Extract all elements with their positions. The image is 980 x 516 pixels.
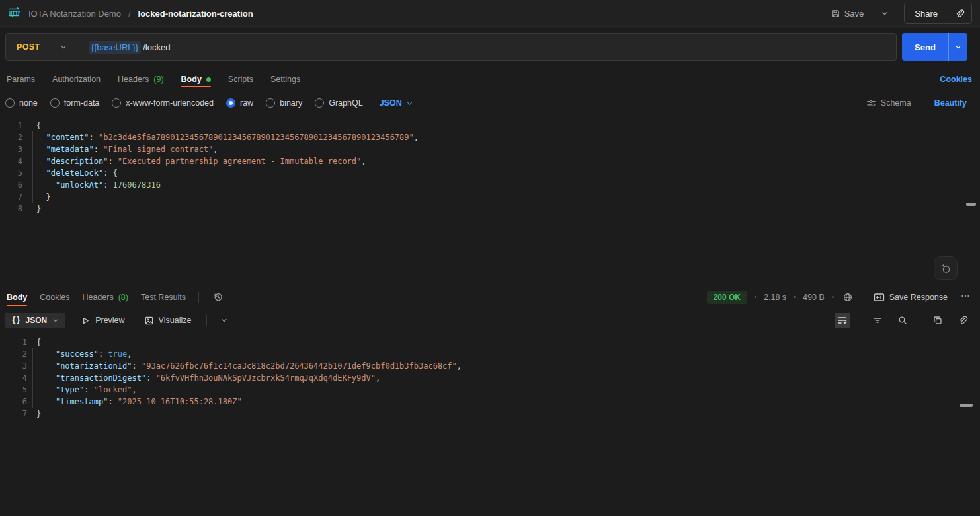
schema-button[interactable]: Schema bbox=[862, 98, 915, 109]
image-icon bbox=[144, 316, 154, 326]
globe-icon bbox=[842, 292, 853, 303]
line-number: 4 bbox=[0, 155, 22, 167]
radio-none[interactable]: none bbox=[5, 98, 38, 108]
send-button[interactable]: Send bbox=[902, 33, 948, 61]
response-tab-body[interactable]: Body bbox=[7, 285, 27, 309]
tab-settings[interactable]: Settings bbox=[270, 67, 300, 92]
save-response-button[interactable]: Save Response bbox=[870, 292, 952, 303]
language-selector[interactable]: JSON bbox=[376, 98, 418, 108]
response-size[interactable]: 490 B bbox=[803, 293, 825, 302]
save-button[interactable]: Save bbox=[829, 6, 866, 21]
radio-x-www-form-urlencoded[interactable]: x-www-form-urlencoded bbox=[112, 98, 214, 108]
url-variable-chip[interactable]: {{baseURL}} bbox=[89, 41, 142, 54]
tab-count: (9) bbox=[153, 75, 163, 84]
response-tab-test-results[interactable]: Test Results bbox=[141, 285, 186, 309]
network-info-button[interactable] bbox=[841, 291, 854, 304]
chevron-down-icon bbox=[405, 99, 414, 108]
radio-label: GraphQL bbox=[329, 98, 362, 108]
request-code[interactable]: 1{2 "content": "b2c3d4e5f6a7890123456789… bbox=[0, 120, 980, 215]
line-number: 2 bbox=[0, 131, 22, 143]
tab-params[interactable]: Params bbox=[7, 67, 35, 92]
copy-link-button[interactable] bbox=[948, 3, 971, 23]
code-content: "content": "b2c3d4e5f6a78901234567890123… bbox=[22, 131, 419, 143]
radio-label: raw bbox=[240, 98, 253, 108]
breadcrumb-separator: / bbox=[128, 9, 131, 18]
tab-headers[interactable]: Headers (9) bbox=[118, 67, 164, 92]
format-options-button[interactable] bbox=[218, 314, 230, 326]
response-body-editor[interactable]: 1{2 "success": true,3 "notarizationId": … bbox=[0, 332, 980, 516]
scrollbar-thumb[interactable] bbox=[966, 203, 976, 206]
line-number: 4 bbox=[0, 372, 27, 384]
tab-label: Headers bbox=[82, 293, 113, 302]
divider bbox=[920, 315, 920, 326]
visualize-button[interactable]: Visualize bbox=[140, 315, 196, 326]
divider bbox=[860, 315, 860, 326]
search-button[interactable] bbox=[895, 313, 911, 328]
body-type-options: none form-data x-www-form-urlencoded raw… bbox=[0, 92, 980, 114]
format-label: JSON bbox=[25, 316, 47, 325]
breadcrumb: HTTP IOTA Notarization Demo / locked-not… bbox=[8, 7, 253, 20]
line-number: 6 bbox=[0, 396, 27, 408]
code-line: 8} bbox=[0, 203, 980, 215]
code-content: "metadata": "Final signed contract", bbox=[22, 143, 218, 155]
code-line: 3 "metadata": "Final signed contract", bbox=[0, 143, 980, 155]
tab-authorization[interactable]: Authorization bbox=[52, 67, 101, 92]
wrap-text-button[interactable] bbox=[835, 313, 850, 328]
response-tab-headers[interactable]: Headers (8) bbox=[82, 285, 128, 309]
link-button[interactable] bbox=[955, 313, 971, 328]
radio-binary[interactable]: binary bbox=[266, 98, 302, 108]
response-code[interactable]: 1{2 "success": true,3 "notarizationId": … bbox=[0, 336, 980, 420]
code-content: "timestamp": "2025-10-16T10:55:28.180Z" bbox=[27, 396, 242, 408]
response-history-button[interactable] bbox=[212, 291, 225, 304]
code-content: "description": "Executed partnership agr… bbox=[22, 155, 366, 167]
response-editor-scrollbar[interactable] bbox=[963, 332, 980, 516]
radio-label: form-data bbox=[64, 98, 100, 108]
radio-circle-selected bbox=[226, 98, 235, 108]
radio-raw[interactable]: raw bbox=[226, 98, 253, 108]
beautify-button[interactable]: Beautify bbox=[930, 98, 971, 108]
visualize-label: Visualize bbox=[159, 316, 192, 325]
preview-button[interactable]: Preview bbox=[77, 315, 128, 326]
method-selector[interactable]: POST bbox=[6, 34, 79, 60]
topbar: HTTP IOTA Notarization Demo / locked-not… bbox=[0, 0, 980, 27]
share-button[interactable]: Share bbox=[905, 3, 948, 23]
code-line: 7 } bbox=[0, 191, 980, 203]
radio-label: none bbox=[19, 98, 38, 108]
schema-label: Schema bbox=[881, 98, 911, 108]
send-options-button[interactable] bbox=[948, 33, 967, 61]
response-tabs-row: Body Cookies Headers (8) Test Results bbox=[0, 285, 980, 309]
url-input[interactable]: {{baseURL}} /locked bbox=[89, 34, 896, 60]
more-actions-button[interactable] bbox=[959, 289, 972, 305]
request-editor-scrollbar[interactable] bbox=[963, 114, 980, 285]
status-badge[interactable]: 200 OK bbox=[707, 291, 747, 304]
radio-label: x-www-form-urlencoded bbox=[126, 98, 214, 108]
radio-graphql[interactable]: GraphQL bbox=[315, 98, 362, 108]
line-number: 3 bbox=[0, 360, 27, 372]
filter-button[interactable] bbox=[870, 313, 885, 328]
tab-scripts[interactable]: Scripts bbox=[228, 67, 253, 92]
code-content: { bbox=[27, 336, 41, 348]
history-clock-icon bbox=[213, 292, 224, 303]
postbot-button[interactable] bbox=[934, 256, 958, 280]
search-icon bbox=[897, 315, 908, 326]
divider bbox=[206, 315, 207, 326]
http-request-icon: HTTP bbox=[8, 7, 22, 20]
breadcrumb-collection[interactable]: IOTA Notarization Demo bbox=[28, 9, 121, 18]
radio-form-data[interactable]: form-data bbox=[50, 98, 100, 108]
scrollbar-thumb[interactable] bbox=[960, 404, 973, 407]
code-content: "deleteLock": { bbox=[22, 167, 118, 179]
request-body-editor[interactable]: 1{2 "content": "b2c3d4e5f6a7890123456789… bbox=[0, 114, 980, 285]
line-number: 1 bbox=[0, 120, 22, 131]
line-number: 7 bbox=[0, 408, 27, 420]
save-dropdown-button[interactable] bbox=[879, 6, 891, 20]
response-format-selector[interactable]: {} JSON bbox=[5, 313, 65, 328]
tab-body[interactable]: Body bbox=[181, 67, 211, 92]
breadcrumb-request-name[interactable]: locked-notarization-creation bbox=[138, 9, 253, 18]
response-tab-cookies[interactable]: Cookies bbox=[40, 285, 69, 309]
cookies-link[interactable]: Cookies bbox=[940, 75, 972, 84]
copy-button[interactable] bbox=[930, 313, 946, 328]
response-toolbar: {} JSON Preview bbox=[0, 309, 980, 332]
tab-label: Settings bbox=[270, 75, 300, 84]
response-time[interactable]: 2.18 s bbox=[764, 293, 786, 302]
code-line: 1{ bbox=[0, 120, 980, 131]
